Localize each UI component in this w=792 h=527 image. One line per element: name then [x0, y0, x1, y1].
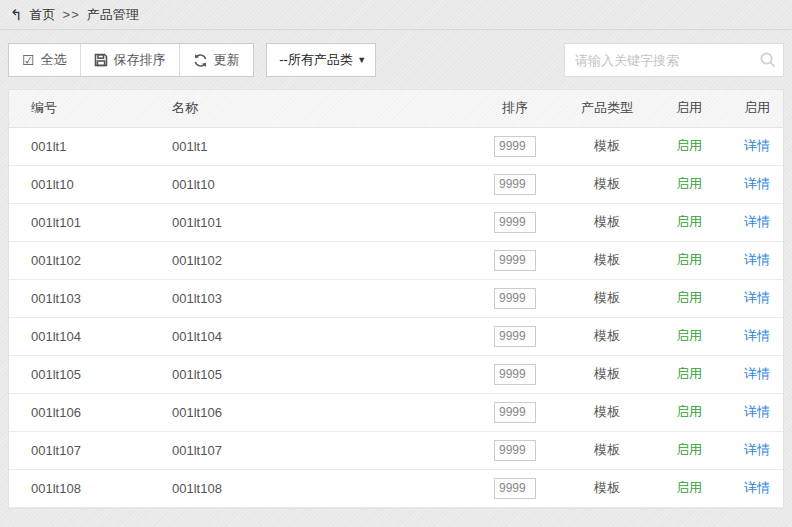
save-sort-button[interactable]: 保存排序: [81, 44, 180, 76]
sort-cell: [463, 279, 567, 317]
sort-input[interactable]: [494, 288, 536, 309]
enable-link[interactable]: 启用: [676, 290, 702, 305]
chevron-down-icon: ▼: [357, 55, 366, 65]
search-icon[interactable]: [759, 51, 777, 69]
search-input[interactable]: [565, 44, 759, 76]
product-type-cell: 模板: [567, 393, 647, 431]
product-name-cell: 001lt103: [163, 279, 463, 317]
sort-cell: [463, 203, 567, 241]
product-name-cell: 001lt101: [163, 203, 463, 241]
table-row: 001lt1 001lt1 模板 启用 详情: [9, 127, 783, 165]
search-box: [564, 43, 784, 77]
enable-link[interactable]: 启用: [676, 442, 702, 457]
product-name-cell: 001lt1: [163, 127, 463, 165]
sort-input[interactable]: [494, 174, 536, 195]
detail-link[interactable]: 详情: [744, 214, 770, 229]
sort-cell: [463, 469, 567, 507]
enable-link[interactable]: 启用: [676, 214, 702, 229]
product-name-cell: 001lt106: [163, 393, 463, 431]
sort-input[interactable]: [494, 136, 536, 157]
detail-link[interactable]: 详情: [744, 290, 770, 305]
product-name-cell: 001lt108: [163, 469, 463, 507]
product-code-cell: 001lt107: [9, 431, 163, 469]
sort-input[interactable]: [494, 402, 536, 423]
detail-link[interactable]: 详情: [744, 252, 770, 267]
refresh-icon: [193, 53, 208, 68]
table-row: 001lt102 001lt102 模板 启用 详情: [9, 241, 783, 279]
product-category-select[interactable]: --所有产品类 ▼: [266, 43, 376, 77]
breadcrumb-home[interactable]: 首页: [30, 6, 56, 24]
product-name-cell: 001lt102: [163, 241, 463, 279]
product-type-cell: 模板: [567, 203, 647, 241]
table-row: 001lt106 001lt106 模板 启用 详情: [9, 393, 783, 431]
detail-link[interactable]: 详情: [744, 328, 770, 343]
sort-input[interactable]: [494, 326, 536, 347]
product-type-cell: 模板: [567, 279, 647, 317]
detail-link[interactable]: 详情: [744, 366, 770, 381]
product-type-cell: 模板: [567, 469, 647, 507]
enable-link[interactable]: 启用: [676, 176, 702, 191]
toolbar-button-group: ☑ 全选 保存排序 更新: [8, 43, 254, 77]
sort-input[interactable]: [494, 364, 536, 385]
table-row: 001lt103 001lt103 模板 启用 详情: [9, 279, 783, 317]
checkbox-check-icon: ☑: [22, 53, 35, 67]
detail-link[interactable]: 详情: [744, 138, 770, 153]
sort-cell: [463, 165, 567, 203]
table-row: 001lt105 001lt105 模板 启用 详情: [9, 355, 783, 393]
product-code-cell: 001lt102: [9, 241, 163, 279]
sort-cell: [463, 393, 567, 431]
product-name-cell: 001lt10: [163, 165, 463, 203]
product-type-cell: 模板: [567, 355, 647, 393]
sort-cell: [463, 355, 567, 393]
enable-link[interactable]: 启用: [676, 138, 702, 153]
enable-link[interactable]: 启用: [676, 252, 702, 267]
product-code-cell: 001lt101: [9, 203, 163, 241]
save-floppy-icon: [94, 53, 108, 67]
sort-input[interactable]: [494, 212, 536, 233]
select-all-button[interactable]: ☑ 全选: [9, 44, 81, 76]
header-type: 产品类型: [567, 90, 647, 127]
update-button[interactable]: 更新: [180, 44, 253, 76]
detail-link[interactable]: 详情: [744, 176, 770, 191]
product-code-cell: 001lt104: [9, 317, 163, 355]
table-row: 001lt10 001lt10 模板 启用 详情: [9, 165, 783, 203]
detail-link[interactable]: 详情: [744, 480, 770, 495]
breadcrumb-separator: >>: [63, 7, 80, 22]
product-code-cell: 001lt1: [9, 127, 163, 165]
product-table: 编号 名称 排序 产品类型 启用 启用 001lt1 001lt1 模板 启用 …: [9, 90, 783, 508]
product-type-cell: 模板: [567, 127, 647, 165]
product-table-panel: 编号 名称 排序 产品类型 启用 启用 001lt1 001lt1 模板 启用 …: [8, 89, 784, 509]
header-code: 编号: [9, 90, 163, 127]
product-name-cell: 001lt104: [163, 317, 463, 355]
sort-cell: [463, 431, 567, 469]
table-row: 001lt101 001lt101 模板 启用 详情: [9, 203, 783, 241]
sort-input[interactable]: [494, 250, 536, 271]
product-name-cell: 001lt105: [163, 355, 463, 393]
toolbar: ☑ 全选 保存排序 更新: [8, 43, 784, 77]
enable-link[interactable]: 启用: [676, 404, 702, 419]
product-type-cell: 模板: [567, 165, 647, 203]
back-arrow-icon[interactable]: ↰: [10, 7, 23, 22]
update-label: 更新: [214, 51, 240, 69]
detail-link[interactable]: 详情: [744, 442, 770, 457]
header-enable2: 启用: [731, 90, 783, 127]
header-name: 名称: [163, 90, 463, 127]
sort-input[interactable]: [494, 478, 536, 499]
table-body: 001lt1 001lt1 模板 启用 详情 001lt10 001lt10 模…: [9, 127, 783, 507]
breadcrumb-current: 产品管理: [87, 6, 139, 24]
enable-link[interactable]: 启用: [676, 480, 702, 495]
product-code-cell: 001lt10: [9, 165, 163, 203]
sort-input[interactable]: [494, 440, 536, 461]
enable-link[interactable]: 启用: [676, 366, 702, 381]
table-row: 001lt104 001lt104 模板 启用 详情: [9, 317, 783, 355]
save-sort-label: 保存排序: [114, 51, 166, 69]
header-enable: 启用: [647, 90, 731, 127]
enable-link[interactable]: 启用: [676, 328, 702, 343]
product-name-cell: 001lt107: [163, 431, 463, 469]
table-row: 001lt107 001lt107 模板 启用 详情: [9, 431, 783, 469]
detail-link[interactable]: 详情: [744, 404, 770, 419]
product-code-cell: 001lt105: [9, 355, 163, 393]
sort-cell: [463, 241, 567, 279]
product-code-cell: 001lt103: [9, 279, 163, 317]
product-code-cell: 001lt106: [9, 393, 163, 431]
